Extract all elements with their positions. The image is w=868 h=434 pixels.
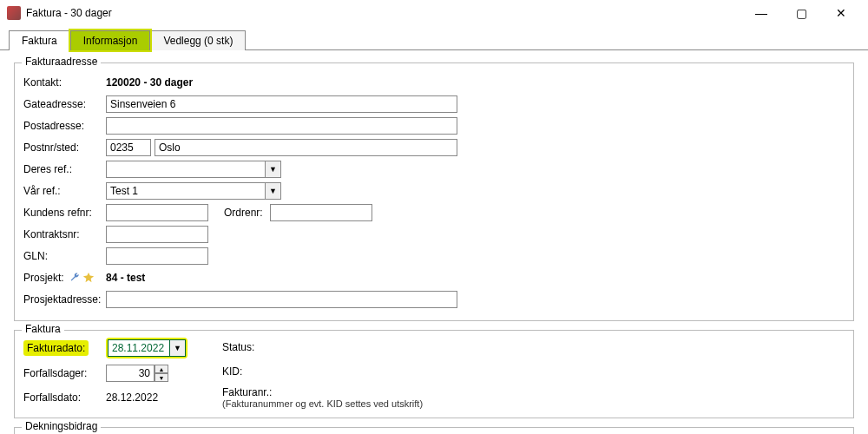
legend-dekningsbidrag: Dekningsbidrag — [22, 420, 101, 432]
tab-vedlegg[interactable]: Vedlegg (0 stk) — [150, 30, 246, 50]
window-title: Faktura - 30 dager — [26, 7, 112, 19]
gln-input[interactable] — [106, 247, 208, 265]
tab-informasjon[interactable]: Informasjon — [70, 30, 151, 50]
varref-label: Vår ref.: — [23, 185, 106, 197]
forfallsdager-input[interactable] — [106, 365, 155, 382]
minimize-button[interactable]: — — [741, 0, 781, 26]
gateadresse-label: Gateadresse: — [23, 98, 106, 110]
gln-label: GLN: — [23, 250, 106, 262]
group-faktura: Faktura Fakturadato: ▼ Forfallsdager: — [14, 330, 854, 418]
titlebar: Faktura - 30 dager — ▢ ✕ — [0, 0, 868, 26]
deresref-dropdown-icon[interactable]: ▼ — [266, 161, 281, 178]
fakturanr-label: Fakturanr.: — [222, 386, 283, 398]
forfallsdager-label: Forfallsdager: — [23, 367, 106, 379]
postadresse-label: Postadresse: — [23, 120, 106, 132]
wrench-icon[interactable] — [69, 272, 81, 284]
status-label: Status: — [222, 341, 283, 353]
fakturanr-note: (Fakturanummer og evt. KID settes ved ut… — [222, 398, 423, 409]
legend-faktura: Faktura — [22, 323, 64, 335]
deresref-label: Deres ref.: — [23, 163, 106, 175]
kundensrefnr-input[interactable] — [106, 204, 208, 221]
prosjekt-label: Prosjekt: — [23, 272, 106, 285]
postnr-input[interactable] — [106, 139, 151, 156]
kontraktsnr-label: Kontraktsnr: — [23, 228, 106, 240]
ordrenr-label: Ordrenr: — [224, 207, 263, 219]
tab-faktura[interactable]: Faktura — [9, 30, 70, 50]
deresref-input[interactable] — [106, 161, 266, 178]
star-icon[interactable] — [82, 272, 95, 284]
window-controls: — ▢ ✕ — [741, 0, 861, 26]
kontakt-label: Kontakt: — [23, 76, 106, 89]
kid-label: KID: — [222, 365, 283, 378]
kontraktsnr-input[interactable] — [106, 226, 208, 243]
prosjektadresse-label: Prosjektadresse: — [23, 293, 106, 306]
prosjekt-value: 84 - test — [106, 272, 145, 284]
maximize-button[interactable]: ▢ — [781, 0, 821, 26]
app-window: Faktura - 30 dager — ▢ ✕ Faktura Informa… — [0, 0, 868, 434]
group-dekningsbidrag: Dekningsbidrag Bruttofortjeneste baseres… — [14, 427, 854, 434]
fakturadato-label: Fakturadato: — [23, 342, 106, 354]
poststed-input[interactable] — [155, 139, 457, 156]
postnrsted-label: Postnr/sted: — [23, 141, 106, 154]
gateadresse-input[interactable] — [106, 95, 457, 113]
content-area: Fakturaadresse Kontakt: 120020 - 30 dage… — [0, 50, 868, 434]
legend-fakturaadresse: Fakturaadresse — [22, 56, 101, 68]
tab-row: Faktura Informasjon Vedlegg (0 stk) — [0, 26, 868, 50]
prosjektadresse-input[interactable] — [106, 291, 457, 308]
forfallsdato-value: 28.12.2022 — [106, 391, 158, 404]
kontakt-value: 120020 - 30 dager — [106, 76, 193, 89]
postadresse-input[interactable] — [106, 117, 457, 135]
fakturadato-input[interactable] — [108, 339, 170, 357]
close-button[interactable]: ✕ — [821, 0, 861, 26]
app-icon — [7, 6, 21, 20]
varref-input[interactable] — [106, 182, 266, 200]
prosjekt-label-text: Prosjekt: — [23, 272, 64, 284]
ordrenr-input[interactable] — [270, 204, 372, 221]
fakturadato-dropdown-icon[interactable]: ▼ — [170, 339, 186, 357]
kundensrefnr-label: Kundens refnr: — [23, 207, 106, 219]
group-fakturaadresse: Fakturaadresse Kontakt: 120020 - 30 dage… — [14, 62, 854, 321]
varref-dropdown-icon[interactable]: ▼ — [266, 182, 281, 200]
forfallsdager-spin-down-icon[interactable]: ▼ — [155, 373, 168, 382]
forfallsdato-label: Forfallsdato: — [23, 391, 106, 404]
forfallsdager-spin-up-icon[interactable]: ▲ — [155, 365, 168, 373]
